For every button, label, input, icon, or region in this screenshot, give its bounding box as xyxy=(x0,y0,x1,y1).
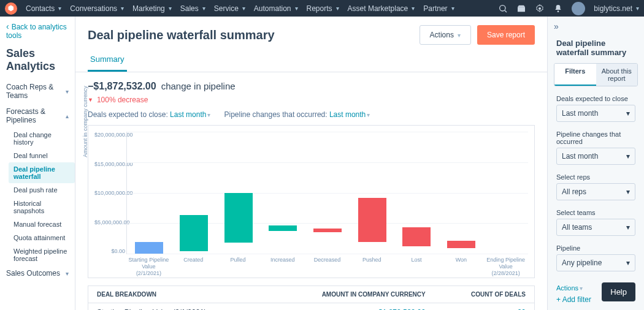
nav-item-asset-marketplace[interactable]: Asset Marketplace xyxy=(348,4,415,13)
page-title: Deal pipeline waterfall summary xyxy=(88,28,275,42)
filter-label: Pipeline xyxy=(556,244,635,252)
left-sidebar: Back to analytics tools Sales Analytics … xyxy=(0,17,75,310)
chevron-down-icon: ▾ xyxy=(66,270,69,277)
chevron-down-icon: ▾ xyxy=(626,187,630,196)
svg-rect-2 xyxy=(518,7,525,12)
chart-bar[interactable] xyxy=(135,242,163,254)
chevron-down-icon: ▾ xyxy=(626,152,630,161)
chart-y-axis-label: Amount in company currency xyxy=(82,86,88,157)
sidebar-group-sales-outcomes[interactable]: Sales Outcomes▾ xyxy=(0,265,75,281)
filter-label: Select teams xyxy=(556,209,635,216)
chart-x-tick: Won xyxy=(439,254,483,276)
filter-close-label: Deals expected to close: xyxy=(88,110,168,119)
chevron-down-icon: ▾ xyxy=(626,259,630,267)
filter-select[interactable]: All reps▾ xyxy=(556,183,635,200)
sidebar-group-coach-reps-teams[interactable]: Coach Reps & Teams▾ xyxy=(0,79,75,104)
sidebar-item-deal-funnel[interactable]: Deal funnel xyxy=(9,149,75,162)
nav-item-service[interactable]: Service xyxy=(214,4,245,13)
actions-button[interactable]: Actions xyxy=(420,25,471,45)
filter-label: Deals expected to close xyxy=(556,95,635,102)
table-header: COUNT OF DEALS xyxy=(434,286,534,303)
chart-bar[interactable] xyxy=(269,225,297,232)
chart-bar[interactable] xyxy=(402,227,431,247)
svg-line-1 xyxy=(505,10,507,12)
nav-item-reports[interactable]: Reports xyxy=(307,4,339,13)
svg-point-0 xyxy=(500,5,505,10)
nav-item-marketing[interactable]: Marketing xyxy=(132,4,172,13)
nav-item-automation[interactable]: Automation xyxy=(254,4,298,13)
sidebar-item-deal-change-history[interactable]: Deal change history xyxy=(9,128,75,149)
nav-item-sales[interactable]: Sales xyxy=(180,4,205,13)
filter-label: Pipeline changes that occurred xyxy=(556,130,635,145)
chart-x-tick: Increased xyxy=(260,254,305,276)
chart-x-tick: Decreased xyxy=(305,254,350,276)
save-report-button[interactable]: Save report xyxy=(477,25,535,45)
right-tab-filters[interactable]: Filters xyxy=(554,64,596,86)
table-row: Starting Pipeline Value (2/1/2021)$1,872… xyxy=(88,303,534,310)
sidebar-item-quota-attainment[interactable]: Quota attainment xyxy=(9,231,75,244)
tab-summary[interactable]: Summary xyxy=(88,50,127,72)
filter-occurred-value[interactable]: Last month xyxy=(329,110,370,119)
chart-x-tick: Starting Pipeline Value(2/1/2021) xyxy=(126,254,171,276)
chart-bar[interactable] xyxy=(180,215,208,251)
kpi-label: change in pipeline xyxy=(161,81,236,91)
chart-y-axis: $20,000,000.00$15,000,000.00$10,000,000.… xyxy=(94,132,125,254)
back-link[interactable]: Back to analytics tools xyxy=(0,17,75,45)
nav-item-conversations[interactable]: Conversations xyxy=(70,4,124,13)
right-panel-title: Deal pipeline waterfall summary xyxy=(548,36,644,63)
main-tabs: Summary xyxy=(75,50,547,72)
sidebar-item-deal-push-rate[interactable]: Deal push rate xyxy=(9,183,75,197)
nav-item-partner[interactable]: Partner xyxy=(423,4,454,13)
table-header: AMOUNT IN COMPANY CURRENCY xyxy=(265,286,434,303)
chart-x-tick: Ending Pipeline Value(2/28/2021) xyxy=(483,254,528,276)
svg-point-3 xyxy=(539,7,541,10)
chart-container: Amount in company currency $20,000,000.0… xyxy=(88,125,535,278)
settings-gear-icon[interactable] xyxy=(535,4,545,13)
marketplace-icon[interactable] xyxy=(516,4,526,13)
right-panel: Deal pipeline waterfall summary Filters … xyxy=(547,17,644,310)
sidebar-item-historical-snapshots[interactable]: Historical snapshots xyxy=(9,197,75,217)
chevron-up-icon: ▴ xyxy=(66,113,69,119)
chart-bar[interactable] xyxy=(358,198,386,242)
chart-x-tick: Lost xyxy=(394,254,439,276)
top-nav: ⬢ ContactsConversationsMarketingSalesSer… xyxy=(0,0,644,17)
filter-select[interactable]: Any pipeline▾ xyxy=(556,254,635,271)
kpi-value: −$1,872,532.00 xyxy=(88,81,156,92)
notifications-bell-icon[interactable] xyxy=(553,4,563,13)
org-switcher[interactable]: biglytics.net xyxy=(594,4,639,13)
search-icon[interactable] xyxy=(498,4,508,13)
avatar[interactable] xyxy=(572,2,585,15)
table-header: DEAL BREAKDOWN xyxy=(88,286,265,303)
chart-x-tick: Pushed xyxy=(350,254,394,276)
right-tab-about[interactable]: About this report xyxy=(596,64,638,86)
kpi-sublabel: 100% decrease xyxy=(75,96,547,110)
sidebar-item-deal-pipeline-waterfall[interactable]: Deal pipeline waterfall xyxy=(9,162,75,183)
chevron-down-icon: ▾ xyxy=(626,109,630,118)
chart-x-tick: Created xyxy=(171,254,216,276)
filter-select[interactable]: Last month▾ xyxy=(556,105,635,122)
filter-close-value[interactable]: Last month xyxy=(170,110,210,119)
collapse-panel-icon[interactable] xyxy=(548,17,644,36)
filter-select[interactable]: Last month▾ xyxy=(556,148,635,165)
breakdown-table: DEAL BREAKDOWNAMOUNT IN COMPANY CURRENCY… xyxy=(88,285,535,310)
svg-point-4 xyxy=(558,10,559,12)
filter-occurred-label: Pipeline changes that occurred: xyxy=(224,110,327,119)
filter-label: Select reps xyxy=(556,173,635,181)
chart-x-tick: Pulled xyxy=(216,254,261,276)
sidebar-item-manual-forecast[interactable]: Manual forecast xyxy=(9,217,75,231)
chart-bar[interactable] xyxy=(447,241,475,249)
hubspot-logo-icon[interactable]: ⬢ xyxy=(5,2,17,15)
nav-item-contacts[interactable]: Contacts xyxy=(26,4,61,13)
help-button[interactable]: Help xyxy=(602,282,635,301)
chevron-down-icon: ▾ xyxy=(626,223,630,232)
chart-bar[interactable] xyxy=(313,229,342,232)
chevron-down-icon: ▾ xyxy=(66,88,69,95)
main-content: Deal pipeline waterfall summary Actions … xyxy=(75,17,547,310)
chart-bar[interactable] xyxy=(224,193,253,243)
filter-select[interactable]: All teams▾ xyxy=(556,219,635,236)
chart-x-axis: Starting Pipeline Value(2/1/2021)Created… xyxy=(126,254,528,276)
sidebar-item-weighted-pipeline-forecast[interactable]: Weighted pipeline forecast xyxy=(9,244,75,265)
sidebar-group-forecasts-pipelines[interactable]: Forecasts & Pipelines▴ xyxy=(0,104,75,128)
row-label: Starting Pipeline Value (2/1/2021) xyxy=(88,303,265,310)
sidebar-title: Sales Analytics xyxy=(0,45,75,79)
